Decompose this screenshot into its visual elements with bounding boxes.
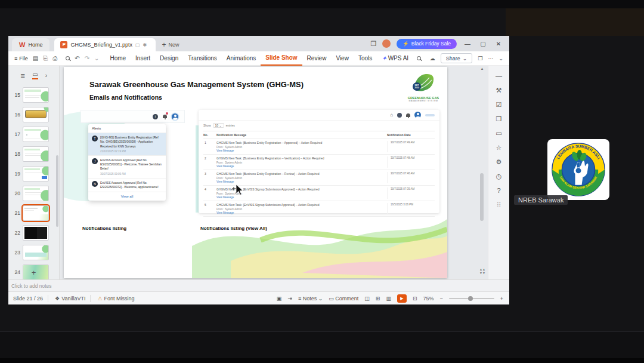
menu-item-insert[interactable]: Insert [131,51,155,65]
participant-video-tile[interactable]: LEMBAGA SUMBER ASLI DAN ALAM SEKITAR SAR… [547,139,609,200]
menu-item-review[interactable]: Review [302,51,332,65]
share-button[interactable]: Share ⌄ [441,53,473,63]
menu-item-animations[interactable]: Animations [222,51,261,65]
selection-pane-icon[interactable]: ▣ [277,296,282,302]
alert-item[interactable]: T[GHG-MS] Business Entity Registration [… [88,133,166,156]
view-message-link[interactable]: View Message [216,196,387,199]
tools-icon[interactable]: ⚒ [496,87,502,94]
grid-apps-icon[interactable]: ⠿ [496,202,501,208]
save-icon[interactable]: ▤ [33,55,38,61]
minimize-button[interactable]: — [463,41,472,47]
redo-icon[interactable]: ↷ [85,55,89,61]
new-tab-button[interactable]: + New [156,38,185,51]
view-message-link[interactable]: View Message [216,180,387,183]
user-avatar-icon[interactable] [172,113,178,120]
bell-icon[interactable] [163,113,167,119]
promo-button[interactable]: ⚡ Black Friday Sale [397,39,457,49]
zoom-out-button[interactable]: − [439,296,442,302]
export-icon[interactable]: ⎘ [43,55,48,62]
menu-item-tools[interactable]: Tools [354,51,377,65]
globe-icon[interactable] [397,113,402,118]
view-normal-icon[interactable]: ◫ [364,296,370,302]
user-avatar-icon[interactable] [414,112,421,118]
zoom-slider-handle[interactable] [468,296,473,301]
template-name[interactable]: VanillaVTI [61,296,85,302]
view-message-link[interactable]: View Message [216,211,387,214]
view-sorter-icon[interactable]: ⊞ [376,296,380,302]
scroll-up-icon[interactable]: ▲ [479,67,485,70]
alert-item[interactable]: JEnVISS Account Approved [Ref No. ES/202… [88,156,166,179]
menu-item-design[interactable]: Design [155,51,183,65]
slide-thumbnail-22[interactable] [23,225,49,241]
undo-icon[interactable]: ↶ [75,55,79,61]
slide-thumbnail-21[interactable] [23,205,49,221]
panel-toggle-icon[interactable]: ❐ [478,56,482,61]
more-options-icon[interactable]: ⋯ [488,56,493,61]
slide-thumbnail-18[interactable] [23,146,49,162]
notes-toggle[interactable]: ≡ Notes ⌄ [298,296,323,302]
menu-item-view[interactable]: View [331,51,354,65]
view-reading-icon[interactable]: ▥ [386,296,391,302]
entries-select[interactable]: 10 ⌄ [213,123,224,128]
scrollbar-thumb[interactable] [480,173,484,221]
jump-to-icon[interactable]: ⇥ [287,296,292,302]
slide-thumbnail-17[interactable] [23,127,49,142]
slide-thumbnail-19[interactable] [23,166,49,182]
fullscreen-icon[interactable]: ⊡ [413,296,417,302]
tab-preview-icon[interactable]: ▢ [135,42,140,48]
tab-home[interactable]: W Home [12,38,49,51]
star-icon[interactable]: ☆ [496,144,502,151]
home-icon[interactable]: ⌂ [390,112,393,118]
maximize-button[interactable]: ▢ [478,41,488,47]
menu-item-transitions[interactable]: Transitions [183,51,222,65]
comment-pane-icon[interactable]: ▭ [496,130,501,137]
ribbon-collapse-icon[interactable]: ⌄ [499,56,503,61]
slide-thumbnail-15[interactable] [23,87,49,103]
print-icon[interactable]: ⎙ [52,55,57,62]
slide-thumbnail-16[interactable] [23,107,49,122]
notes-placeholder[interactable]: Click to add notes [8,279,509,291]
zoom-level[interactable]: 75% [423,296,434,302]
font-missing-warning[interactable]: Font Missing [104,296,135,302]
zoom-slider[interactable] [449,298,494,299]
close-button[interactable]: ✕ [494,41,503,47]
menu-item-home[interactable]: Home [105,51,131,65]
document-title: GHGMS_Briefing_v1.pptx [70,42,132,48]
collapse-panel-icon[interactable]: › [45,72,47,79]
alert-item[interactable]: NEnVISS Account Approved [Ref No. ES/202… [88,179,166,193]
thumbnail-scrollbar[interactable] [56,155,58,227]
account-avatar[interactable] [382,39,391,48]
fit-width-icon[interactable]: — [496,73,502,79]
boards-icon[interactable]: ❐ [370,40,376,48]
view-all-link[interactable]: View all [88,192,166,201]
layers-icon[interactable]: ❐ [496,116,502,122]
slide-thumbnail-20[interactable] [23,186,49,201]
find-icon[interactable] [66,56,70,60]
add-slide-button[interactable]: + [8,268,59,277]
slides-view-icon[interactable]: ▭ [32,71,38,79]
outline-view-icon[interactable]: ≣ [20,72,25,79]
slideshow-play-button[interactable]: ▶ [397,294,407,303]
prev-next-slide-buttons[interactable]: ▲▲ ▼▼ [479,267,485,275]
menu-item-slide-show[interactable]: Slide Show [261,51,302,66]
cloud-sync-icon[interactable]: ☁ [430,56,435,61]
settings-icon[interactable]: ⚙ [496,159,502,165]
menu-item-wps-ai[interactable]: ✦WPS AI [377,51,413,65]
search-icon[interactable] [417,56,421,60]
comment-toggle[interactable]: ▭ Comment [329,296,358,302]
bell-icon[interactable] [406,112,410,118]
zoom-in-button[interactable]: + [500,296,503,302]
tab-document[interactable]: P GHGMS_Briefing_v1.pptx ▢ ✱ [54,38,156,51]
slide-21[interactable]: Sarawak Greenhouse Gas Management System… [64,67,447,278]
info-icon[interactable]: i [153,114,158,119]
help-icon[interactable]: ? [497,187,500,194]
canvas-scrollbar[interactable]: ▲ ▲▲ ▼▼ [479,67,485,277]
history-clock-icon[interactable]: ◷ [496,173,502,180]
view-message-link[interactable]: View Message [216,149,387,152]
check-task-icon[interactable]: ☑ [496,101,502,108]
view-message-link[interactable]: View Message [216,165,387,168]
slide-thumbnail-23[interactable] [23,245,49,260]
quickbar-caret-icon[interactable]: ⌄ [94,55,99,61]
file-menu-button[interactable]: ≡ File [8,56,33,61]
table-header-row: No. Notification Message Notification Da… [203,131,435,139]
